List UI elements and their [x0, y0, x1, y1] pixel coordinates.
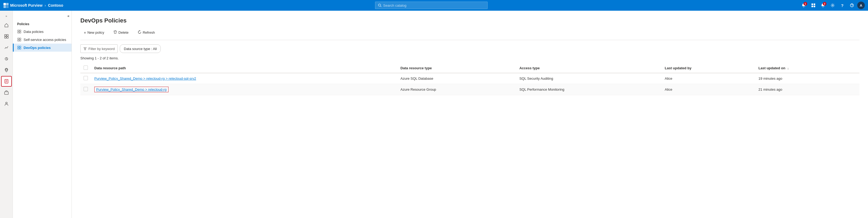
table-row: Purview_Policy_Shared_Demo > relecloud-r…	[81, 73, 860, 84]
svg-rect-27	[18, 32, 19, 33]
delete-button[interactable]: Delete	[110, 28, 132, 37]
row-2-path-link[interactable]: Purview_Policy_Shared_Demo > relecloud-r…	[94, 87, 168, 92]
apps-button[interactable]	[809, 1, 818, 10]
nav-icons: 1 2 ?	[799, 1, 865, 10]
svg-rect-29	[18, 38, 19, 39]
filter-keyword-input[interactable]: Filter by keyword	[81, 44, 118, 53]
rail-insights-button[interactable]	[1, 42, 12, 53]
svg-rect-34	[20, 46, 21, 47]
last-updated-by-header: Last updated by	[665, 66, 691, 70]
rail-governance-button[interactable]	[1, 53, 12, 64]
rail-expand-button[interactable]: »	[1, 13, 12, 19]
new-policy-label: New policy	[87, 31, 104, 35]
page-title: DevOps Policies	[81, 17, 860, 24]
access-type-column: Access type	[516, 63, 662, 73]
select-all-column	[81, 63, 91, 73]
self-service-label: Self-service access policies	[24, 38, 66, 42]
svg-rect-28	[20, 32, 21, 33]
data-policies-icon	[17, 29, 22, 34]
sidebar-collapse-button[interactable]: «	[13, 13, 71, 19]
sidebar-item-data-policies[interactable]: Data policies	[13, 28, 71, 36]
row-1-updated-by: Alice	[661, 73, 755, 84]
apps-icon	[811, 3, 815, 7]
rail-home-button[interactable]	[1, 20, 12, 31]
map-icon	[4, 68, 9, 72]
refresh-button[interactable]: Refresh	[134, 28, 159, 37]
catalog-icon	[4, 34, 9, 39]
rail-map-button[interactable]	[1, 65, 12, 75]
row-1-path: Purview_Policy_Shared_Demo > relecloud-r…	[91, 73, 397, 84]
home-icon	[4, 23, 9, 28]
policies-icon	[4, 79, 9, 84]
svg-rect-31	[18, 40, 19, 41]
svg-rect-3	[6, 6, 8, 8]
data-resource-type-header: Data resource type	[401, 66, 432, 70]
row-1-checkbox-cell	[81, 73, 91, 84]
rail-briefcase-button[interactable]	[1, 87, 12, 98]
brand-logo[interactable]: Microsoft Purview › Contoso	[3, 3, 63, 8]
rail-catalog-button[interactable]	[1, 31, 12, 42]
app-layout: »	[0, 11, 868, 218]
brand-separator: ›	[45, 3, 46, 7]
rail-user-button[interactable]	[1, 99, 12, 109]
row-1-path-link[interactable]: Purview_Policy_Shared_Demo > relecloud-r…	[94, 76, 196, 80]
data-policies-label: Data policies	[24, 30, 43, 34]
filter-icon	[83, 47, 87, 50]
row-2-access-type: SQL Performance Monitoring	[516, 84, 662, 95]
row-2-updated-by: Alice	[661, 84, 755, 95]
briefcase-icon	[4, 90, 9, 95]
svg-rect-14	[7, 35, 8, 36]
purview-logo-icon	[3, 3, 8, 8]
user-avatar[interactable]: A	[857, 2, 865, 9]
help-button[interactable]: ?	[838, 1, 846, 10]
svg-point-24	[6, 102, 7, 104]
governance-icon	[4, 57, 9, 61]
svg-rect-23	[5, 92, 8, 95]
svg-rect-0	[3, 3, 6, 5]
svg-point-4	[378, 4, 381, 6]
svg-rect-16	[7, 37, 8, 38]
svg-rect-15	[5, 37, 6, 38]
brand-name: Microsoft Purview	[10, 3, 42, 7]
last-updated-by-column: Last updated by	[661, 63, 755, 73]
user-icon	[4, 101, 9, 106]
data-source-type-filter[interactable]: Data source type : All	[120, 44, 161, 53]
notifications-1-badge: 1	[803, 2, 807, 6]
row-1-updated-on: 19 minutes ago	[755, 73, 860, 84]
search-box[interactable]	[375, 2, 488, 9]
delete-label: Delete	[118, 31, 129, 35]
feedback-icon	[850, 3, 854, 7]
refresh-icon	[138, 30, 142, 35]
settings-button[interactable]	[828, 1, 837, 10]
sidebar-item-self-service[interactable]: Self-service access policies	[13, 36, 71, 44]
select-all-checkbox[interactable]	[84, 66, 88, 70]
row-1-checkbox[interactable]	[84, 76, 88, 80]
svg-rect-7	[814, 3, 815, 5]
svg-rect-6	[811, 3, 813, 5]
data-resource-path-header: Data resource path	[94, 66, 126, 70]
icon-rail: »	[0, 11, 13, 218]
toolbar: + New policy Delete Refresh	[81, 28, 860, 40]
notifications-1-button[interactable]: 1	[799, 1, 808, 10]
table-body: Purview_Policy_Shared_Demo > relecloud-r…	[81, 73, 860, 95]
feedback-button[interactable]	[848, 1, 856, 10]
row-2-checkbox[interactable]	[84, 87, 88, 91]
last-updated-on-column[interactable]: Last updated on ↓	[755, 63, 860, 73]
settings-icon	[831, 3, 835, 7]
new-policy-icon: +	[84, 31, 86, 35]
svg-point-12	[852, 6, 852, 7]
filter-chip-label: Data source type : All	[124, 47, 157, 51]
new-policy-button[interactable]: + New policy	[81, 29, 108, 37]
data-resource-type-column: Data resource type	[397, 63, 516, 73]
sidebar-item-devops-policies[interactable]: DevOps policies	[13, 44, 71, 51]
data-resource-path-column: Data resource path	[91, 63, 397, 73]
notifications-2-button[interactable]: 2	[819, 1, 827, 10]
rail-policies-button[interactable]	[1, 76, 12, 87]
insights-icon	[4, 45, 9, 50]
svg-rect-13	[5, 35, 6, 36]
table-row: Purview_Policy_Shared_Demo > relecloud-r…	[81, 84, 860, 95]
search-input[interactable]	[383, 3, 485, 7]
row-1-access-type: SQL Security Auditing	[516, 73, 662, 84]
svg-rect-9	[814, 6, 815, 7]
devops-policies-icon	[17, 45, 22, 50]
